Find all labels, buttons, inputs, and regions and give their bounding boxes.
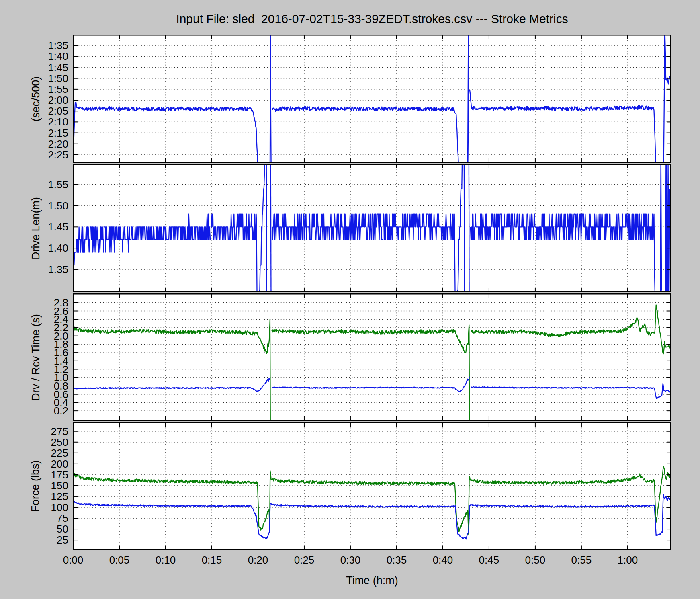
pace-ylabel: (sec/500) [29, 35, 42, 163]
panel-pace [73, 35, 671, 163]
x-tick-label: 0:05 [97, 554, 141, 566]
panel-drive-length [73, 164, 671, 292]
panel-force [73, 422, 671, 550]
drive-length-series-blue [665, 164, 667, 292]
drive-recovery-time-ylabel: Drv / Rcv Time (s) [29, 293, 42, 421]
panel-drive-recovery-time [73, 293, 671, 421]
drive-length-series-blue [457, 164, 463, 292]
drive-recovery-time-spine [74, 294, 671, 421]
x-tick-label: 0:20 [236, 554, 280, 566]
x-tick-label: 0:50 [513, 554, 557, 566]
pace-plot-svg [73, 35, 671, 163]
drive-length-series-blue [471, 214, 655, 291]
x-tick-label: 1:00 [606, 554, 650, 566]
drive-length-series-blue [271, 164, 271, 292]
force-series-green [73, 466, 671, 534]
pace-series-blue [470, 90, 656, 163]
force-ylabel: Force (lbs) [29, 422, 42, 550]
drive-recovery-time-series-blue [73, 378, 270, 392]
x-tick-label: 0:35 [375, 554, 419, 566]
drive-length-plot-svg [73, 164, 671, 292]
x-tick-label: 0:00 [51, 554, 95, 566]
pace-series-blue [468, 35, 469, 163]
drive-length-series-blue [661, 164, 662, 292]
figure: Input File: sled_2016-07-02T15-33-39ZEDT… [0, 0, 700, 599]
x-tick-label: 0:40 [421, 554, 465, 566]
x-tick-label: 0:55 [559, 554, 604, 566]
drive-length-series-blue [272, 214, 455, 292]
x-tick-label: 0:45 [467, 554, 511, 566]
drive-length-series-blue [667, 164, 669, 292]
chart-title: Input File: sled_2016-07-02T15-33-39ZEDT… [73, 12, 671, 26]
force-spine [74, 423, 671, 550]
drive-length-series-blue [469, 164, 469, 292]
pace-series-blue [270, 35, 271, 163]
force-plot-svg [73, 422, 671, 550]
drive-length-series-blue [464, 164, 465, 292]
drive-length-series-blue [259, 164, 265, 292]
drive-recovery-time-series-green [272, 325, 470, 421]
x-tick-label: 0:10 [143, 554, 188, 566]
drive-length-ylabel: Drive Len(m) [29, 164, 42, 292]
drive-recovery-time-plot-svg [73, 293, 671, 421]
x-tick-label: 0:30 [328, 554, 373, 566]
x-tick-label: 0:25 [282, 554, 326, 566]
x-axis-label: Time (h:m) [73, 574, 671, 587]
drive-length-series-blue [73, 214, 257, 292]
pace-series-blue [272, 107, 458, 163]
drive-length-series-blue [266, 164, 267, 292]
pace-spine [74, 35, 671, 162]
drive-recovery-time-series-blue [272, 377, 470, 392]
drive-recovery-time-series-green [471, 305, 671, 354]
x-tick-label: 0:15 [190, 554, 234, 566]
drive-recovery-time-series-green [73, 319, 270, 421]
